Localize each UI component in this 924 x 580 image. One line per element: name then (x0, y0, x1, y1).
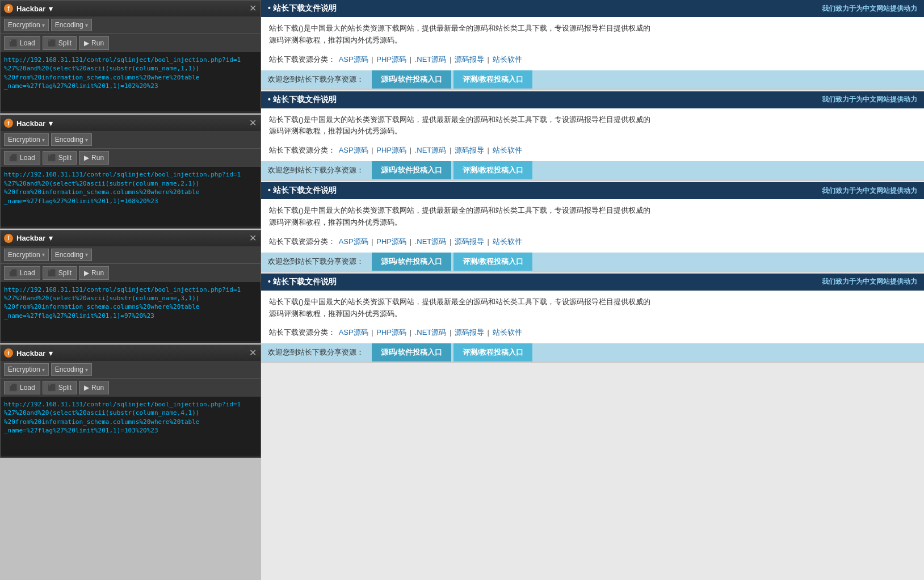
encryption-label-3: Encryption (8, 251, 40, 259)
encryption-dropdown-2[interactable]: Encryption (4, 133, 49, 146)
site-content-line1-1: 站长下载()是中国最大的站长类资源下载网站，提供最新最全的源码和站长类工具下载，… (269, 23, 916, 35)
site-link-net-3[interactable]: .NET源码 (415, 237, 447, 246)
site-footer-btn2-2[interactable]: 评测/教程投稿入口 (453, 161, 533, 179)
split-icon-4: ⬛ (48, 384, 56, 392)
run-button-1[interactable]: ▶ Run (79, 36, 109, 50)
hackbar-title-text-4: Hackbar (16, 349, 45, 358)
hackbar-title-text-1: Hackbar (16, 5, 45, 13)
site-link-php-4[interactable]: PHP源码 (376, 328, 406, 337)
hackbar-titlebar-2: f Hackbar ▾ ✕ (1, 115, 261, 131)
hackbar-title-4: f Hackbar ▾ (4, 348, 53, 358)
run-button-3[interactable]: ▶ Run (79, 266, 109, 280)
hackbar-logo-4: f (4, 348, 13, 358)
site-header-tagline-2: 我们致力于为中文网站提供动力 (822, 95, 917, 104)
hackbar-logo-3: f (4, 234, 13, 243)
load-icon-4: ⬛ (9, 384, 18, 392)
site-link-report-2[interactable]: 源码报导 (455, 146, 484, 154)
site-link-net-2[interactable]: .NET源码 (415, 146, 447, 154)
hackbar-close-3[interactable]: ✕ (248, 234, 257, 243)
site-footer-2: 欢迎您到站长下载分享资源： 源码/软件投稿入口 评测/教程投稿入口 (261, 161, 924, 179)
encoding-dropdown-4[interactable]: Encoding (51, 363, 92, 376)
site-header-1: • 站长下载文件说明 我们致力于为中文网站提供动力 (261, 0, 924, 17)
site-link-asp-4[interactable]: ASP源码 (339, 328, 368, 337)
site-links-label-4: 站长下载资源分类： (269, 328, 335, 337)
split-button-4[interactable]: ⬛ Split (43, 381, 77, 394)
hackbar-titlebar-4: f Hackbar ▾ ✕ (1, 345, 261, 361)
site-link-report-3[interactable]: 源码报导 (455, 237, 484, 246)
split-button-1[interactable]: ⬛ Split (43, 36, 77, 50)
site-footer-btn1-2[interactable]: 源码/软件投稿入口 (372, 161, 451, 179)
run-button-2[interactable]: ▶ Run (79, 151, 109, 165)
site-link-asp-3[interactable]: ASP源码 (339, 237, 368, 246)
site-content-1: 站长下载()是中国最大的站长类资源下载网站，提供最新最全的源码和站长类工具下载，… (261, 17, 924, 52)
hackbar-textarea-3[interactable]: http://192.168.31.131/control/sqlinject/… (1, 282, 261, 341)
hackbar-close-2[interactable]: ✕ (248, 119, 257, 128)
hackbar-textarea-1[interactable]: http://192.168.31.131/control/sqlinject/… (1, 52, 261, 111)
site-link-net-4[interactable]: .NET源码 (415, 328, 447, 337)
site-header-tagline-1: 我们致力于为中文网站提供动力 (822, 4, 917, 14)
split-button-3[interactable]: ⬛ Split (43, 266, 77, 280)
encryption-arrow-4 (42, 367, 45, 373)
separator-1b: | (410, 55, 411, 64)
site-link-net-1[interactable]: .NET源码 (415, 55, 447, 64)
site-footer-btn1-1[interactable]: 源码/软件投稿入口 (372, 70, 451, 89)
split-icon-1: ⬛ (48, 39, 56, 47)
run-icon-2: ▶ (84, 154, 89, 162)
site-footer-btn1-4[interactable]: 源码/软件投稿入口 (372, 343, 451, 362)
separator-4d: | (488, 328, 489, 337)
separator-1d: | (488, 55, 489, 64)
site-link-software-1[interactable]: 站长软件 (493, 55, 522, 64)
encoding-dropdown-2[interactable]: Encoding (51, 133, 92, 146)
site-footer-btn2-1[interactable]: 评测/教程投稿入口 (453, 70, 533, 89)
load-button-2[interactable]: ⬛ Load (4, 151, 40, 165)
split-label-1: Split (58, 39, 72, 47)
hackbar-buttons-2: ⬛ Load ⬛ Split ▶ Run (1, 149, 261, 167)
split-label-3: Split (58, 269, 72, 277)
encryption-arrow-1 (42, 22, 45, 28)
site-links-3: 站长下载资源分类： ASP源码 | PHP源码 | .NET源码 | 源码报导 … (261, 234, 924, 253)
site-content-line2-3: 源码评测和教程，推荐国内外优秀源码。 (269, 217, 916, 229)
encryption-dropdown-1[interactable]: Encryption (4, 19, 49, 31)
separator-2b: | (410, 146, 411, 154)
site-footer-btn2-4[interactable]: 评测/教程投稿入口 (453, 343, 533, 362)
site-link-php-3[interactable]: PHP源码 (376, 237, 406, 246)
split-button-2[interactable]: ⬛ Split (43, 151, 77, 165)
site-link-report-1[interactable]: 源码报导 (455, 55, 484, 64)
site-content-3: 站长下载()是中国最大的站长类资源下载网站，提供最新最全的源码和站长类工具下载，… (261, 199, 924, 234)
run-button-4[interactable]: ▶ Run (79, 381, 109, 394)
load-button-1[interactable]: ⬛ Load (4, 36, 40, 50)
encryption-dropdown-3[interactable]: Encryption (4, 249, 49, 261)
site-link-software-2[interactable]: 站长软件 (493, 146, 522, 154)
encryption-arrow-3 (42, 251, 45, 258)
site-link-report-4[interactable]: 源码报导 (455, 328, 484, 337)
site-link-software-4[interactable]: 站长软件 (493, 328, 522, 337)
load-button-3[interactable]: ⬛ Load (4, 266, 40, 280)
site-link-php-2[interactable]: PHP源码 (376, 146, 406, 154)
hackbar-textarea-2[interactable]: http://192.168.31.131/control/sqlinject/… (1, 167, 261, 226)
site-content-line2-1: 源码评测和教程，推荐国内外优秀源码。 (269, 35, 916, 47)
site-link-asp-2[interactable]: ASP源码 (339, 146, 368, 154)
load-label-2: Load (20, 154, 35, 162)
encoding-dropdown-3[interactable]: Encoding (51, 249, 92, 261)
load-button-4[interactable]: ⬛ Load (4, 381, 40, 394)
site-link-php-1[interactable]: PHP源码 (376, 55, 406, 64)
site-footer-btn2-3[interactable]: 评测/教程投稿入口 (453, 253, 533, 271)
site-header-title-3: • 站长下载文件说明 (268, 186, 337, 196)
hackbar-title-3: f Hackbar ▾ (4, 234, 53, 243)
site-footer-btn1-3[interactable]: 源码/软件投稿入口 (372, 253, 451, 271)
hackbar-close-1[interactable]: ✕ (248, 4, 257, 13)
encoding-dropdown-1[interactable]: Encoding (51, 19, 92, 31)
hackbar-dropdown-arrow-3: ▾ (49, 234, 53, 242)
site-link-software-3[interactable]: 站长软件 (493, 237, 522, 246)
hackbar-title-text-2: Hackbar (16, 119, 45, 128)
hackbar-textarea-4[interactable]: http://192.168.31.131/control/sqlinject/… (1, 397, 261, 456)
separator-1c: | (450, 55, 451, 64)
site-header-2: • 站长下载文件说明 我们致力于为中文网站提供动力 (261, 91, 924, 108)
site-content-line1-3: 站长下载()是中国最大的站长类资源下载网站，提供最新最全的源码和站长类工具下载，… (269, 205, 916, 217)
encryption-dropdown-4[interactable]: Encryption (4, 363, 49, 376)
site-link-asp-1[interactable]: ASP源码 (339, 55, 368, 64)
load-label-3: Load (20, 269, 35, 277)
separator-3b: | (410, 237, 411, 246)
run-label-4: Run (91, 384, 104, 392)
hackbar-close-4[interactable]: ✕ (248, 348, 257, 358)
